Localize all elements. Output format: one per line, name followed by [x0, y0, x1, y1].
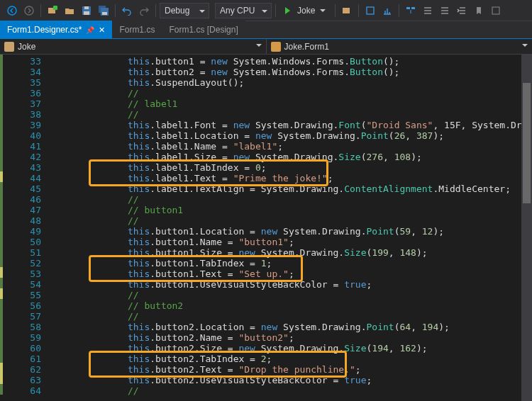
nav-back-button[interactable] [4, 3, 20, 18]
toolbar-separator [335, 4, 336, 17]
find-in-files-button[interactable] [339, 3, 355, 18]
tab-label: Form1.cs [119, 25, 155, 35]
code-line[interactable]: // [61, 194, 532, 205]
toolbar-separator [275, 4, 276, 17]
chevron-down-icon [256, 44, 262, 50]
code-line[interactable]: this.button1.TabIndex = 1; [61, 258, 532, 269]
solution-config-select[interactable]: Debug [160, 3, 209, 18]
bookmark-button[interactable] [471, 3, 487, 18]
code-line[interactable]: this.button2.UseVisualStyleBackColor = t… [61, 375, 532, 385]
svg-rect-10 [343, 8, 350, 13]
code-line[interactable]: this.button2.Location = new System.Drawi… [61, 322, 532, 332]
code-line[interactable]: this.button1.Location = new System.Drawi… [61, 226, 532, 237]
code-line[interactable]: // button2 [61, 300, 532, 311]
code-line[interactable]: this.label1.Location = new System.Drawin… [61, 130, 532, 141]
vertical-scrollbar[interactable] [521, 55, 532, 401]
glyph-margin [0, 55, 13, 401]
code-line[interactable]: this.label1.TextAlign = System.Drawing.C… [61, 183, 532, 194]
main-toolbar: Debug Any CPU Joke [0, 0, 532, 21]
code-line[interactable]: this.label1.Font = new System.Drawing.Fo… [61, 120, 532, 130]
redo-button[interactable] [136, 3, 152, 18]
code-line[interactable]: // [61, 385, 532, 396]
line-number-gutter: 3334353637383940414243444546474849505152… [13, 55, 47, 401]
code-line[interactable]: this.SuspendLayout(); [61, 77, 532, 88]
document-tabstrip: Form1.Designer.cs* 📌 ✕ Form1.cs Form1.cs… [0, 21, 532, 39]
tab-label: Form1.Designer.cs* [7, 25, 82, 35]
uncomment-button[interactable] [437, 3, 453, 18]
scrollbar-thumb[interactable] [523, 83, 531, 203]
code-line[interactable]: // [61, 311, 532, 322]
toolbar-separator [155, 4, 156, 17]
svg-rect-9 [102, 12, 107, 15]
tab-form1-cs[interactable]: Form1.cs [112, 21, 162, 38]
step-into-button[interactable] [403, 3, 419, 18]
toolbar-separator [399, 4, 399, 17]
start-target-label: Joke [297, 6, 315, 16]
svg-rect-14 [492, 7, 499, 14]
code-line[interactable]: // label1 [61, 98, 532, 109]
nav-type-dropdown[interactable]: Joke [0, 39, 267, 54]
save-button[interactable] [79, 3, 94, 18]
code-line[interactable]: this.label1.Name = "label1"; [61, 141, 532, 152]
undo-button[interactable] [119, 3, 135, 18]
svg-rect-12 [406, 7, 410, 9]
chevron-down-icon [522, 44, 528, 50]
code-line[interactable]: // [61, 109, 532, 120]
code-editor[interactable]: 3334353637383940414243444546474849505152… [0, 55, 532, 401]
code-line[interactable]: this.button2 = new System.Windows.Forms.… [61, 67, 532, 77]
extensions-button[interactable] [488, 3, 504, 18]
svg-point-1 [25, 6, 33, 15]
code-line[interactable]: this.button2.Text = "Drop the punchline.… [61, 364, 532, 375]
toolbar-separator [40, 4, 41, 17]
code-line[interactable]: // [61, 88, 532, 98]
code-line[interactable]: this.button2.Size = new System.Drawing.S… [61, 343, 532, 354]
open-file-button[interactable] [62, 3, 77, 18]
new-project-button[interactable] [45, 3, 60, 18]
solution-platform-select[interactable]: Any CPU [215, 3, 272, 18]
code-line[interactable]: this.button1.UseVisualStyleBackColor = t… [61, 279, 532, 290]
code-line[interactable]: this.label1.Text = "Prime the joke!"; [61, 173, 532, 183]
nav-member-dropdown[interactable]: Joke.Form1 [267, 39, 533, 54]
code-nav-bar: Joke Joke.Form1 [0, 39, 532, 55]
code-line[interactable]: this.label1.Size = new System.Drawing.Si… [61, 152, 532, 162]
toolbox-button[interactable] [362, 3, 378, 18]
toolbar-separator [115, 4, 116, 17]
svg-rect-11 [367, 7, 374, 14]
toolbar-separator [358, 4, 359, 17]
svg-rect-13 [411, 7, 415, 9]
tab-form1-design[interactable]: Form1.cs [Design] [162, 21, 245, 38]
project-icon [4, 42, 14, 52]
code-line[interactable]: this.label1.TabIndex = 0; [61, 162, 532, 173]
code-line[interactable]: this.button1.Size = new System.Drawing.S… [61, 247, 532, 258]
tab-form1-designer[interactable]: Form1.Designer.cs* 📌 ✕ [0, 21, 112, 38]
svg-rect-5 [84, 6, 89, 9]
code-line[interactable]: this.button1.Name = "button1"; [61, 237, 532, 247]
code-line[interactable]: this.button1 = new System.Windows.Forms.… [61, 56, 532, 67]
nav-type-label: Joke [18, 42, 35, 52]
code-line[interactable]: // [61, 215, 532, 226]
comment-button[interactable] [420, 3, 436, 18]
fold-margin [47, 55, 57, 401]
code-line[interactable]: this.button1.Text = "Set up."; [61, 269, 532, 279]
pin-icon[interactable]: 📌 [86, 26, 94, 34]
code-line[interactable]: this.button2.TabIndex = 2; [61, 354, 532, 364]
code-line[interactable]: this.button2.Name = "button2"; [61, 332, 532, 343]
code-area[interactable]: this.button1 = new System.Windows.Forms.… [57, 55, 532, 401]
start-debug-button[interactable]: Joke [279, 3, 331, 18]
class-icon [271, 42, 281, 52]
svg-rect-3 [53, 6, 57, 10]
nav-forward-button[interactable] [21, 3, 37, 18]
save-all-button[interactable] [96, 3, 111, 18]
close-icon[interactable]: ✕ [99, 26, 105, 35]
tab-label: Form1.cs [Design] [169, 25, 238, 35]
indent-button[interactable] [454, 3, 470, 18]
code-line[interactable]: // [61, 290, 532, 300]
svg-rect-6 [84, 11, 89, 15]
test-explorer-button[interactable] [379, 3, 395, 18]
code-line[interactable]: // button1 [61, 205, 532, 215]
play-icon [285, 7, 294, 14]
nav-member-label: Joke.Form1 [284, 42, 329, 52]
svg-point-0 [8, 6, 16, 15]
chevron-down-icon [320, 9, 326, 15]
